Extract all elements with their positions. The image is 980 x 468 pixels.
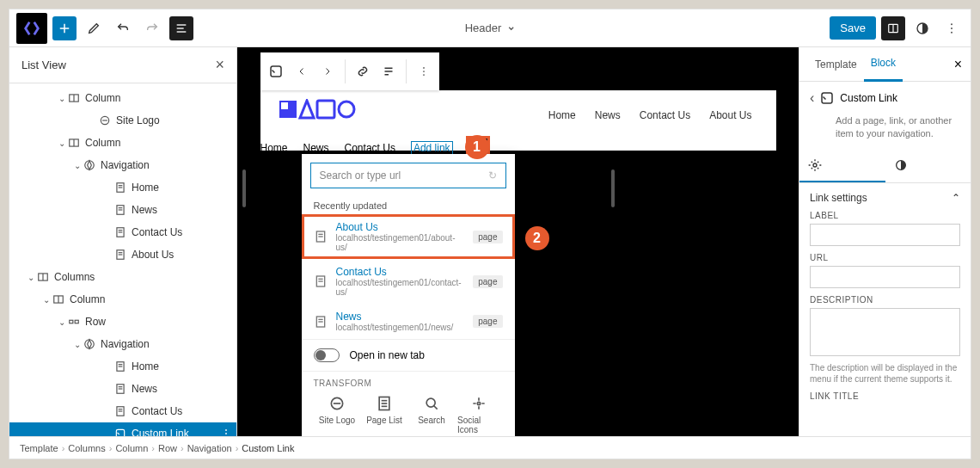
- tab-template[interactable]: Template: [808, 47, 864, 82]
- transform-option[interactable]: Page List: [363, 395, 406, 434]
- styles-icon[interactable]: [910, 16, 934, 40]
- svg-line-71: [434, 406, 438, 410]
- template-selector[interactable]: Header: [465, 22, 516, 34]
- close-icon[interactable]: ×: [954, 57, 962, 72]
- label-input[interactable]: [810, 224, 960, 246]
- listview-item[interactable]: News: [9, 378, 236, 400]
- listview-item[interactable]: ⌄Column: [9, 132, 236, 154]
- svg-point-49: [423, 71, 425, 72]
- more-options[interactable]: [412, 59, 436, 83]
- svg-rect-52: [281, 102, 288, 109]
- link-popover: Search or type url ↻ Recently updated Ab…: [302, 154, 515, 436]
- breadcrumb: Template›Columns›Column›Row›Navigation›C…: [9, 436, 971, 459]
- chevron-up-icon: ⌃: [952, 192, 960, 204]
- breadcrumb-item[interactable]: Row: [158, 443, 177, 453]
- nav-link[interactable]: News: [595, 109, 621, 121]
- listview-item[interactable]: Home: [9, 355, 236, 378]
- styles-tab[interactable]: [885, 150, 971, 182]
- page-suggestion[interactable]: Contact Uslocalhost/testingemen01/contac…: [302, 259, 515, 304]
- drag-handle[interactable]: [611, 169, 615, 207]
- tab-block[interactable]: Block: [864, 47, 903, 82]
- breadcrumb-item[interactable]: Template: [20, 443, 58, 453]
- listview-item[interactable]: ⌄Row: [9, 311, 236, 333]
- settings-tab[interactable]: [799, 150, 885, 182]
- listview-item[interactable]: Home: [9, 176, 236, 199]
- svg-point-50: [423, 74, 425, 76]
- breadcrumb-item[interactable]: Navigation: [187, 443, 232, 453]
- link-block-icon: [819, 90, 835, 106]
- more-menu[interactable]: [940, 16, 964, 40]
- breadcrumb-item[interactable]: Custom Link: [242, 443, 294, 453]
- view-icon[interactable]: [881, 16, 905, 40]
- breadcrumb-item[interactable]: Columns: [68, 443, 105, 453]
- app-logo[interactable]: [16, 13, 47, 44]
- nav-link[interactable]: Home: [548, 109, 576, 121]
- url-input[interactable]: [810, 266, 960, 288]
- description-hint: The description will be displayed in the…: [810, 362, 960, 385]
- site-logo: [279, 99, 357, 120]
- breadcrumb-item[interactable]: Column: [115, 443, 148, 453]
- page-suggestion[interactable]: About Uslocalhost/testingemen01/about-us…: [302, 214, 515, 259]
- new-tab-toggle[interactable]: [314, 348, 340, 362]
- listview-item[interactable]: ⌄Columns: [9, 266, 236, 288]
- svg-rect-73: [822, 93, 832, 103]
- add-link-placeholder[interactable]: Add link: [411, 141, 453, 155]
- recent-label: Recently updated: [302, 197, 515, 214]
- listview-item[interactable]: ⌄Navigation: [9, 154, 236, 176]
- listview-item[interactable]: Contact Us: [9, 221, 236, 243]
- block-toolbar: [260, 52, 439, 90]
- drag-handle[interactable]: [242, 169, 246, 207]
- link-title-field-label: LINK TITLE: [810, 391, 960, 401]
- back-button[interactable]: ‹: [810, 90, 814, 106]
- description-field-label: DESCRIPTION: [810, 295, 960, 305]
- listview-item[interactable]: ⌄Navigation: [9, 333, 236, 355]
- listview-item[interactable]: News: [9, 199, 236, 221]
- svg-point-36: [85, 340, 95, 349]
- svg-point-17: [85, 161, 95, 170]
- block-name: Custom Link: [840, 92, 897, 104]
- add-block-button[interactable]: [52, 16, 77, 40]
- block-description: Add a page, link, or another item to you…: [799, 114, 971, 150]
- listview-item[interactable]: Site Logo: [9, 109, 236, 132]
- listview-toggle[interactable]: [169, 16, 193, 40]
- svg-point-8: [951, 23, 952, 25]
- redo-button[interactable]: [140, 16, 164, 40]
- svg-point-74: [813, 163, 817, 167]
- svg-rect-53: [317, 101, 334, 118]
- nav-link[interactable]: News: [303, 142, 329, 154]
- search-input[interactable]: Search or type url ↻: [310, 163, 506, 188]
- description-input[interactable]: [810, 308, 960, 356]
- transform-label: TRANSFORM: [314, 379, 503, 388]
- label-field-label: LABEL: [810, 211, 960, 220]
- close-icon[interactable]: ×: [215, 56, 224, 74]
- page-suggestion[interactable]: Newslocalhost/testingemen01/news/page: [302, 304, 515, 339]
- transform-option[interactable]: Social Icons: [457, 395, 500, 434]
- link-settings-section[interactable]: Link settings ⌃: [810, 192, 960, 204]
- next-arrow[interactable]: [315, 59, 340, 83]
- nav-link[interactable]: Contact Us: [640, 109, 690, 121]
- save-button[interactable]: Save: [830, 16, 876, 40]
- svg-point-54: [339, 102, 354, 117]
- svg-rect-34: [70, 320, 73, 323]
- transform-option[interactable]: Search: [410, 395, 453, 434]
- edit-icon[interactable]: [82, 16, 106, 40]
- listview-item[interactable]: ⌄Column: [9, 288, 236, 311]
- prev-arrow[interactable]: [290, 59, 314, 83]
- nav-link[interactable]: Contact Us: [345, 142, 395, 154]
- svg-point-48: [423, 67, 425, 69]
- refresh-icon[interactable]: ↻: [488, 169, 497, 182]
- listview-item[interactable]: About Us: [9, 243, 236, 266]
- listview-item[interactable]: ⌄Column: [9, 87, 236, 109]
- nav-link[interactable]: Home: [260, 142, 288, 154]
- undo-button[interactable]: [111, 16, 135, 40]
- listview-item[interactable]: Contact Us: [9, 400, 236, 422]
- link-icon[interactable]: [351, 59, 375, 83]
- nav-link[interactable]: About Us: [709, 109, 751, 121]
- chevron-down-icon: [506, 24, 515, 33]
- listview-item[interactable]: Custom Link⋮: [9, 422, 236, 436]
- svg-point-9: [951, 28, 952, 29]
- submenu-icon[interactable]: [377, 59, 401, 83]
- link-block-icon[interactable]: [264, 59, 288, 83]
- svg-point-72: [477, 402, 480, 404]
- transform-option[interactable]: Site Logo: [315, 395, 358, 434]
